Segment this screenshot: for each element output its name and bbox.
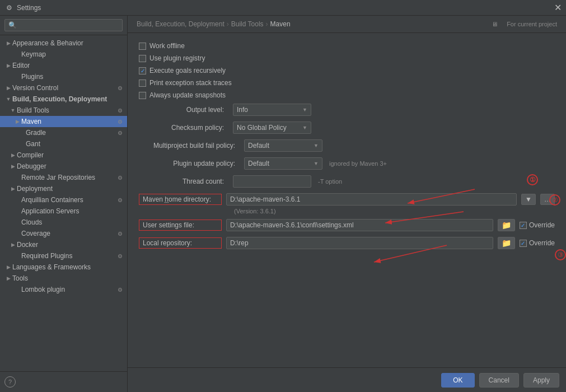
sidebar-item-debugger[interactable]: ▶ Debugger [0,161,127,172]
for-current-icon: 🖥 [492,21,498,27]
sidebar-item-app-servers[interactable]: Application Servers [0,206,127,217]
sidebar-item-gant[interactable]: Gant [0,138,127,150]
sidebar-item-compiler[interactable]: ▶ Compiler [0,150,127,161]
arrow-icon: ▶ [4,264,12,270]
maven-home-label: Maven home directory: [139,194,222,205]
sidebar-item-appearance[interactable]: ▶ Appearance & Behavior [0,38,127,49]
apply-button[interactable]: Apply [523,373,559,388]
config-icon: ⚙ [118,175,123,181]
breadcrumb-part-1: Build, Execution, Deployment [137,20,224,28]
local-repo-override-label: Override [529,239,555,247]
sidebar-item-languages[interactable]: ▶ Languages & Frameworks [0,262,127,273]
arrow-icon: ▼ [9,108,17,113]
checkbox-use-plugin: Use plugin registry [139,54,555,62]
use-plugin-checkbox[interactable] [139,55,146,62]
user-settings-override-checkbox[interactable] [520,222,527,229]
settings-body: Work offline Use plugin registry Execute… [128,33,566,367]
local-repo-override-checkbox[interactable] [520,240,527,247]
ignored-note: ignored by Maven 3+ [329,160,387,167]
plugin-update-label: Plugin update policy: [139,160,240,167]
checksum-policy-select[interactable]: No Global Policy ▼ [233,122,311,134]
dropdown-arrow-icon-3: ▼ [314,143,319,148]
thread-count-label: Thread count: [139,178,228,185]
user-settings-label: User settings file: [139,220,222,231]
local-repo-input[interactable] [226,237,493,249]
content: Build, Execution, Deployment › Build Too… [128,16,566,367]
multiproject-row: Multiproject build fail policy: Default … [139,139,555,152]
sidebar-item-plugins[interactable]: Plugins [0,71,127,82]
thread-count-input[interactable] [233,175,311,188]
work-offline-label: Work offline [149,42,185,50]
arrow-icon: ▶ [13,119,21,124]
config-icon: ⚙ [118,287,123,293]
breadcrumb-current: Maven [270,20,291,28]
settings-icon: ⚙ [4,3,13,12]
breadcrumb-sep: › [227,20,229,28]
for-current-label: For current project [507,21,557,27]
execute-goals-label: Execute goals recursively [149,67,226,74]
sidebar-tree: ▶ Appearance & Behavior Keymap ▶ Editor … [0,35,127,371]
config-icon: ⚙ [118,197,123,203]
arrow-icon: ▶ [4,85,12,91]
checksum-policy-row: Checksum policy: No Global Policy ▼ [139,122,555,134]
arrow-icon: ▶ [4,63,12,68]
sidebar-item-lombok[interactable]: Lombok plugin ⚙ [0,284,127,295]
always-update-checkbox[interactable] [139,92,146,99]
maven-home-dropdown-btn[interactable]: ▼ [521,194,536,205]
print-exception-checkbox[interactable] [139,80,146,87]
sidebar-item-version-control[interactable]: ▶ Version Control ⚙ [0,82,127,94]
search-input[interactable] [4,19,123,31]
work-offline-checkbox[interactable] [139,43,146,50]
checkbox-execute-goals: Execute goals recursively [139,67,555,74]
sidebar-item-required-plugins[interactable]: Required Plugins ⚙ [0,250,127,262]
sidebar-item-docker[interactable]: ▶ Docker [0,239,127,250]
arrow-icon: ▶ [9,186,17,192]
annotation-circle-2: ② [549,194,560,206]
plugin-update-row: Plugin update policy: Default ▼ ignored … [139,157,555,170]
local-repo-browse-btn[interactable]: 📁 [498,237,515,249]
close-button[interactable]: ✕ [554,2,562,13]
config-icon: ⚙ [118,108,123,114]
sidebar-item-deployment[interactable]: ▶ Deployment [0,183,127,194]
sidebar-item-gradle[interactable]: Gradle ⚙ [0,127,127,138]
dropdown-arrow-icon-2: ▼ [302,125,307,130]
print-exception-label: Print exception stack traces [149,79,232,87]
output-level-select[interactable]: Info ▼ [233,104,311,116]
sidebar-item-keymap[interactable]: Keymap [0,49,127,60]
multiproject-select[interactable]: Default ▼ [244,139,322,152]
help-button[interactable]: ? [4,376,16,388]
checksum-policy-label: Checksum policy: [139,124,228,132]
annotation-circle-3: ③ [555,249,566,260]
arrow-icon: ▶ [9,152,17,158]
local-repo-row: Local repository: 📁 Override ③ [139,237,555,249]
checkbox-always-update: Always update snapshots [139,91,555,99]
user-settings-input[interactable] [226,219,493,231]
version-note: (Version: 3.6.1) [234,208,555,214]
execute-goals-checkbox[interactable] [139,67,146,74]
thread-note: -T option [318,178,342,185]
arrow-icon: ▶ [4,276,12,281]
sidebar-item-clouds[interactable]: Clouds [0,217,127,228]
sidebar-item-arquillian[interactable]: Arquillian Containers ⚙ [0,194,127,206]
sidebar-item-build-exec[interactable]: ▼ Build, Execution, Deployment [0,94,127,105]
sidebar-bottom: ? [0,371,127,392]
maven-home-row: Maven home directory: ▼ … ② [139,193,555,206]
user-settings-browse-btn[interactable]: 📁 [498,219,515,231]
breadcrumb: Build, Execution, Deployment › Build Too… [128,16,566,33]
arrow-icon: ▶ [9,242,17,248]
local-repo-override: Override [520,239,555,247]
sidebar-item-tools[interactable]: ▶ Tools [0,273,127,284]
maven-home-input[interactable] [226,193,517,206]
cancel-button[interactable]: Cancel [479,373,519,388]
sidebar-item-editor[interactable]: ▶ Editor [0,60,127,71]
user-settings-row: User settings file: 📁 Override [139,219,555,231]
sidebar-item-maven[interactable]: ▶ Maven ⚙ [0,116,127,127]
output-level-row: Output level: Info ▼ [139,104,555,116]
dropdown-arrow-icon: ▼ [302,107,307,113]
local-repo-label: Local repository: [139,237,222,249]
sidebar-item-remote-jar[interactable]: Remote Jar Repositories ⚙ [0,172,127,183]
ok-button[interactable]: OK [441,373,474,388]
sidebar-item-coverage[interactable]: Coverage ⚙ [0,228,127,239]
sidebar-item-build-tools[interactable]: ▼ Build Tools ⚙ [0,105,127,116]
plugin-update-select[interactable]: Default ▼ [244,157,322,170]
